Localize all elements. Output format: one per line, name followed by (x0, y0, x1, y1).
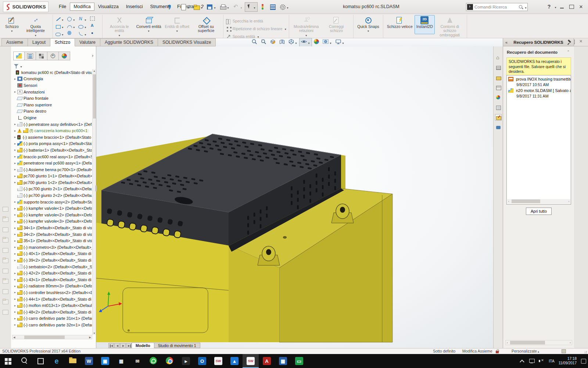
clock[interactable]: 17:18 11/09/2017 (559, 357, 577, 366)
tab-schizzo[interactable]: Schizzo (50, 38, 75, 46)
teamviewer-button[interactable]: ▭ (291, 354, 307, 368)
tree-filter[interactable] (14, 63, 23, 69)
tab-studio-di-movimento[interactable]: Studio di movimento 1 (154, 343, 200, 348)
evaluate-button[interactable] (268, 2, 277, 12)
tree-horizontal-scrollbar[interactable]: ◀ ▶ (12, 335, 92, 339)
3d-model[interactable] (96, 46, 503, 348)
quota-intelligente-button[interactable]: Quota intelligente (21, 15, 51, 38)
model-viewport[interactable]: Modello Studio di movimento 1 (96, 46, 503, 348)
action-center-icon[interactable] (581, 358, 587, 364)
menu-inserisci[interactable]: Inserisci (122, 3, 147, 11)
view-orientation-button[interactable] (277, 38, 287, 47)
tree-item-pc700-giunto-2-2-default-default[interactable]: (-) pc700 giunto 2<2> (Default<<Default (12, 192, 92, 199)
accorcia-le-entit-button[interactable]: Accorcia le entità (104, 15, 135, 38)
tree-item-34-2-default-default-stato-di-visua[interactable]: 34<2> (Default<<Default>_Stato di visua (12, 231, 92, 238)
scroll-up-icon[interactable]: ▲ (93, 70, 96, 72)
display-icon[interactable] (529, 358, 535, 364)
expand-arrow-icon[interactable] (13, 148, 17, 152)
document-recovery-icon[interactable] (495, 114, 502, 121)
entit-di-offset-button[interactable]: Entità di offset (163, 15, 191, 34)
display-style-button[interactable] (287, 38, 299, 47)
command-search-input[interactable]: Comandi Ricerca (466, 3, 528, 11)
expand-arrow-icon[interactable] (13, 272, 17, 275)
movies-tv-button[interactable]: ▸ (178, 354, 194, 368)
open-all-button[interactable]: Apri tutto (526, 208, 552, 215)
expand-arrow-icon[interactable] (13, 278, 17, 281)
solidworks-rx-button[interactable]: SW (210, 354, 226, 368)
caret-down-icon[interactable] (253, 4, 256, 10)
caret-down-icon[interactable] (213, 4, 216, 10)
folder-button[interactable] (3, 279, 8, 284)
home-icon[interactable] (495, 54, 502, 61)
polygon-button[interactable] (66, 31, 78, 36)
photos-button[interactable]: ▲ (226, 354, 243, 368)
tree-item-carro-definitivo-parte-31n-1-default[interactable]: (-) carro definitivo parte 31n<1> (Defau… (12, 315, 92, 322)
scroll-left-icon[interactable]: ‹ (507, 341, 508, 344)
schizzo-veloce-button[interactable]: Schizzo veloce (385, 15, 415, 34)
tree-vertical-scrollbar[interactable]: ▲ ▼ (92, 69, 96, 335)
tree-item-moflon-mt013-1-default-default[interactable]: (-) moflon mt013<1> (Default<<Default: (12, 302, 92, 309)
tree-item-44-1-default-default-stato-di-vi[interactable]: (-) 44<1> (Default<<Default>_Stato di vi (12, 296, 92, 302)
caret-down-icon[interactable] (84, 23, 87, 30)
close-button[interactable] (576, 2, 586, 11)
caret-down-icon[interactable] (524, 4, 527, 10)
custom-properties-icon[interactable] (495, 104, 502, 111)
corner-rectangle-button[interactable] (55, 23, 66, 30)
expand-arrow-icon[interactable] (13, 233, 17, 236)
file-explorer-button[interactable] (65, 354, 81, 368)
ripetizione-di-schizzo-lineare-button[interactable]: Ripetizione di schizzo lineare (225, 25, 287, 32)
menu-modifica[interactable]: Modifica (70, 3, 94, 11)
expand-arrow-icon[interactable] (13, 142, 17, 145)
scrollbar-thumb[interactable] (510, 341, 545, 344)
caret-down-icon[interactable] (72, 23, 76, 30)
tree-item-39-2-default-default-stato-di-vi[interactable]: (-) 39<2> (Default<<Default>_Stato di vi (12, 257, 92, 263)
caret-down-icon[interactable] (284, 26, 287, 31)
tree-item-radiatore-80mm-3-default-defau[interactable]: (-) radiatore 80mm<3> (Default<<Defau (12, 283, 92, 290)
line-button[interactable] (55, 16, 66, 22)
fillet-button[interactable] (78, 31, 89, 37)
caret-down-icon[interactable] (554, 3, 557, 10)
scroll-right-icon[interactable]: › (570, 341, 571, 344)
expand-arrow-icon[interactable] (13, 310, 17, 314)
caret-down-icon[interactable] (307, 39, 311, 46)
caret-down-icon[interactable] (367, 29, 370, 33)
outlook-button[interactable]: O (194, 354, 210, 368)
expand-arrow-icon[interactable] (13, 162, 17, 165)
tree-item-penetratore-assy-definitivo-1-defau[interactable]: (-) penetratore assy definitivo<1> (Defa… (12, 121, 92, 128)
section-view-button[interactable] (268, 38, 277, 47)
expand-arrow-icon[interactable] (13, 168, 17, 171)
expand-arrow-icon[interactable] (13, 207, 17, 210)
correggi-schizzo-button[interactable]: Correggi schizzo (321, 15, 351, 38)
document-button[interactable] (3, 207, 8, 212)
tree-item-komatsu-pc600-rc-default-stato-di-visualiz[interactable]: komatsu pc600 rc (Default<Stato di visua… (12, 69, 92, 76)
pushpin-icon[interactable] (567, 40, 572, 45)
document-button[interactable] (3, 227, 8, 232)
selection-filter-button[interactable] (258, 2, 268, 12)
doc-close-button[interactable] (578, 39, 584, 45)
tree-item-sensori[interactable]: Sensori (12, 82, 92, 89)
caret-down-icon[interactable] (294, 39, 298, 46)
print-button[interactable] (218, 2, 231, 12)
previous-frame-button[interactable] (114, 343, 120, 348)
caret-down-icon[interactable] (286, 4, 289, 10)
cortana-search-button[interactable] (16, 354, 32, 368)
appearances-icon[interactable] (495, 94, 502, 101)
pushpin-icon[interactable] (167, 4, 172, 10)
scroll-right-icon[interactable]: › (569, 200, 569, 203)
caret-down-icon[interactable] (187, 4, 190, 10)
tree-item-penetratore-real-pc600-assy-1-default[interactable]: penetratore real pc600 assy<1> (Default< (12, 160, 92, 166)
go-to-end-button[interactable] (126, 343, 132, 348)
view-palette-icon[interactable] (495, 84, 502, 91)
spline-button[interactable] (78, 16, 89, 22)
folder-button[interactable] (3, 258, 8, 263)
tree-item-serbatoio-2-default-default-sta[interactable]: (-) serbatoio<2> (Default<<Default>_Sta (12, 263, 92, 270)
word-button[interactable]: W (81, 354, 97, 368)
magnifier-icon[interactable] (519, 5, 523, 10)
expand-arrow-icon[interactable] (13, 297, 17, 301)
caret-down-icon[interactable] (226, 4, 230, 10)
propertymanager-tab[interactable] (25, 52, 36, 60)
apply-scene-button[interactable] (321, 38, 334, 47)
document-button[interactable] (3, 289, 8, 294)
expand-arrow-icon[interactable] (13, 174, 17, 178)
tree-item-40-1-default-default-stato-di-vi[interactable]: (-) 40<1> (Default<<Default>_Stato di vi (12, 251, 92, 257)
